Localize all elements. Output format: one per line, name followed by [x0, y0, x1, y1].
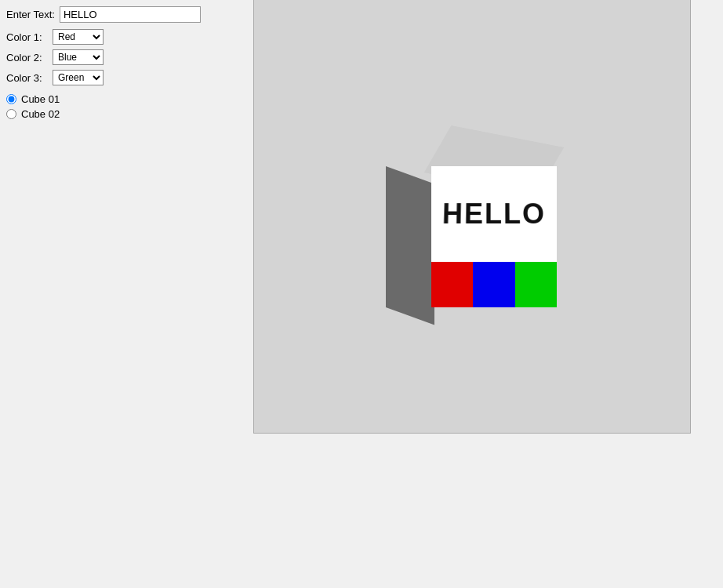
color2-select[interactable]: Red Blue Green Yellow — [53, 49, 104, 65]
cube-side-face — [386, 166, 434, 325]
color-block-red — [431, 262, 473, 307]
color-block-green — [515, 262, 557, 307]
cube-text-area: HELLO — [431, 166, 557, 262]
text-input-label: Enter Text: — [6, 9, 55, 20]
color1-label: Color 1: — [6, 31, 49, 43]
color3-select[interactable]: Red Blue Green Yellow — [53, 70, 104, 85]
cube2-radio[interactable] — [6, 109, 16, 119]
text-input[interactable] — [60, 6, 201, 23]
color1-select[interactable]: Red Green Blue Yellow — [53, 29, 104, 45]
color-block-blue — [473, 262, 514, 307]
cube2-label: Cube 02 — [21, 108, 60, 120]
color3-label: Color 3: — [6, 72, 49, 84]
canvas-area: HELLO — [253, 0, 691, 434]
cube-color-blocks — [431, 262, 557, 307]
cube-3d: HELLO — [386, 136, 558, 293]
cube-front-face: HELLO — [431, 166, 557, 307]
color2-label: Color 2: — [6, 52, 49, 64]
cube-hello-text: HELLO — [441, 198, 546, 230]
cube1-radio[interactable] — [6, 94, 16, 104]
cube1-label: Cube 01 — [21, 93, 60, 105]
